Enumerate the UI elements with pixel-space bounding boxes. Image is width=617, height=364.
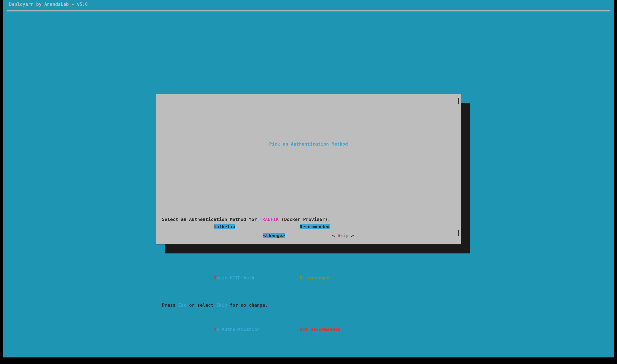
bracket-open: < [332, 233, 338, 238]
bracket-open: < [263, 233, 266, 238]
hotkey: B [214, 275, 216, 280]
bracket-close: > [348, 233, 354, 238]
button-label: hange [269, 233, 282, 238]
hotkey: N [214, 327, 216, 332]
menu-item-basic-http[interactable]: Basic HTTP AuthDiscouraged [214, 265, 449, 291]
bracket-close: > [282, 233, 285, 238]
dialog-bottom-border [158, 242, 459, 242]
dialog-wrap: Pick an Authentication Method Select an … [156, 94, 461, 245]
option-desc: Discouraged [300, 275, 329, 280]
dialog-title: Pick an Authentication Method [162, 140, 455, 148]
border-stub [162, 214, 165, 214]
button-row: <Change> < Skip > [156, 231, 461, 240]
hotkey: C [266, 233, 269, 238]
divider-shadow [7, 12, 610, 12]
hotkey: A [214, 224, 216, 229]
option-desc: Recommended [300, 224, 329, 229]
change-button[interactable]: <Change> [263, 231, 285, 240]
hotkey: S [337, 233, 340, 238]
menu-item-no-auth[interactable]: No AuthenticationNot Recommended [214, 316, 449, 342]
skip-button[interactable]: < Skip > [332, 231, 354, 240]
divider [7, 10, 610, 11]
menu-inner: AutheliaRecommended Basic HTTP AuthDisco… [162, 185, 455, 364]
option-label: uthelia [216, 224, 235, 229]
button-label: kip [340, 233, 348, 238]
border-notch [458, 98, 459, 104]
app-title: Deployarr by AnandsLab - v5.0 [9, 0, 88, 9]
option-label: o Authentication [216, 327, 260, 332]
option-label: asic HTTP Auth [216, 275, 254, 280]
menu-box: AutheliaRecommended Basic HTTP AuthDisco… [162, 159, 455, 214]
option-desc: Not Recommended [300, 327, 341, 332]
auth-method-dialog: Pick an Authentication Method Select an … [156, 94, 461, 245]
